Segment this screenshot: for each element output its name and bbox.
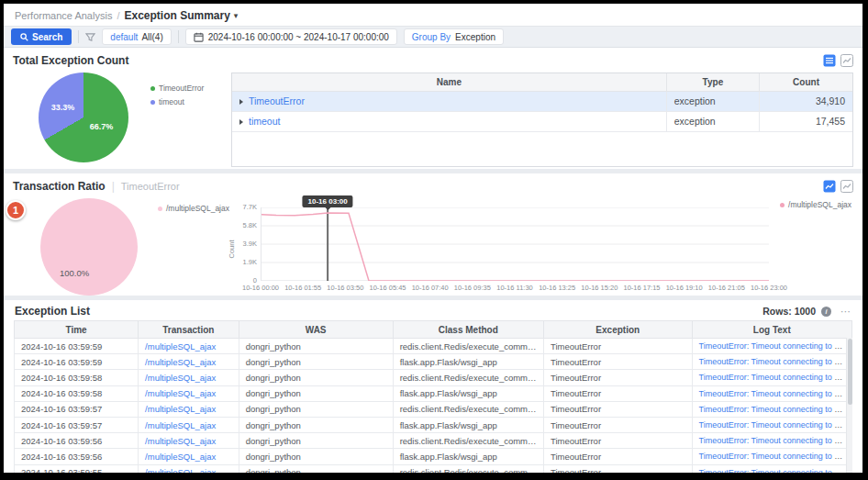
legend-item[interactable]: timeout	[150, 97, 231, 106]
log-text-link[interactable]: TimeoutError: Timeout connecting to serv…	[699, 436, 852, 445]
group-by-selector[interactable]: Group By Exception	[404, 28, 504, 45]
x-tick-label: 10-16 03:50	[327, 284, 363, 292]
x-tick-label: 10-16 01:55	[284, 284, 321, 292]
table-row[interactable]: 2024-10-16 03:59:57/multipleSQL_ajaxdong…	[15, 417, 852, 432]
column-header[interactable]: Exception	[543, 321, 692, 339]
name-cell: TimeoutError	[232, 91, 666, 111]
breadcrumb-section[interactable]: Performance Analysis	[15, 10, 112, 21]
transaction-link[interactable]: /multipleSQL_ajax	[145, 436, 216, 446]
chart-view-icon[interactable]	[840, 179, 853, 193]
log-text-link[interactable]: TimeoutError: Timeout connecting to serv…	[699, 468, 852, 473]
log-text-link[interactable]: TimeoutError: Timeout connecting to serv…	[699, 341, 852, 351]
total-exception-title: Total Exception Count	[13, 54, 128, 67]
x-tick-label: 10-16 17:15	[623, 284, 660, 292]
transaction-link[interactable]: /multipleSQL_ajax	[145, 420, 216, 430]
chart-view-icon[interactable]	[840, 53, 853, 67]
log-text-cell: TimeoutError: Timeout connecting to serv…	[692, 401, 851, 417]
table-row[interactable]: 2024-10-16 03:59:59/multipleSQL_ajaxdong…	[15, 339, 852, 354]
scrollbar-thumb[interactable]	[848, 339, 852, 405]
transaction-link[interactable]: /multipleSQL_ajax	[145, 341, 216, 352]
table-row[interactable]: 2024-10-16 03:59:58/multipleSQL_ajaxdong…	[15, 385, 852, 401]
log-text-cell: TimeoutError: Timeout connecting to serv…	[692, 433, 851, 449]
total-exception-pie-chart: 33.3% 66.7%	[13, 69, 150, 167]
was-cell: dongri_python	[239, 433, 393, 449]
info-icon[interactable]: i	[821, 307, 831, 317]
x-tick-label: 10-16 19:10	[666, 284, 703, 292]
transaction-link[interactable]: /multipleSQL_ajax	[145, 467, 216, 473]
was-cell: dongri_python	[239, 385, 393, 401]
expand-triangle-icon[interactable]	[239, 119, 243, 125]
more-menu-icon[interactable]: ⋯	[840, 306, 851, 318]
column-header[interactable]: Time	[15, 321, 139, 339]
column-header[interactable]: Transaction	[139, 321, 239, 339]
class-method-cell: flask.app.Flask/wsgi_app	[393, 385, 543, 401]
transaction-link[interactable]: /multipleSQL_ajax	[145, 452, 216, 462]
log-text-link[interactable]: TimeoutError: Timeout connecting to serv…	[699, 452, 852, 461]
caret-down-icon[interactable]: ▾	[234, 11, 239, 20]
log-text-link[interactable]: TimeoutError: Timeout connecting to serv…	[699, 389, 852, 398]
transaction-link[interactable]: /multipleSQL_ajax	[145, 404, 216, 414]
exception-name-link[interactable]: timeout	[249, 116, 280, 127]
filter-icon[interactable]	[85, 32, 95, 42]
table-row[interactable]: 2024-10-16 03:59:57/multipleSQL_ajaxdong…	[15, 401, 852, 417]
x-tick-label: 10-16 07:40	[412, 284, 449, 292]
exception-list-title: Exception List	[15, 305, 90, 318]
table-row[interactable]: 2024-10-16 03:59:58/multipleSQL_ajaxdong…	[15, 370, 852, 385]
transaction-ratio-panel: Transaction Ratio | TimeoutError 1 100.0…	[4, 173, 862, 296]
table-row[interactable]: 2024-10-16 03:59:59/multipleSQL_ajaxdong…	[15, 354, 852, 370]
log-text-link[interactable]: TimeoutError: Timeout connecting to serv…	[699, 373, 852, 382]
transaction-link[interactable]: /multipleSQL_ajax	[145, 357, 216, 367]
x-tick-label: 10-16 00:00	[242, 284, 279, 292]
was-cell: dongri_python	[239, 401, 393, 417]
log-text-link[interactable]: TimeoutError: Timeout connecting to serv…	[699, 357, 852, 366]
search-button[interactable]: Search	[11, 28, 72, 45]
table-header-row: TimeTransactionWASClass MethodExceptionL…	[15, 321, 852, 339]
exception-name-link[interactable]: TimeoutError	[249, 95, 305, 106]
pie-slice-label: 100.0%	[60, 267, 89, 277]
agent-filter-selector[interactable]: default All(4)	[102, 28, 171, 45]
table-row[interactable]: TimeoutErrorexception34,910	[232, 91, 852, 111]
line-chart-plot[interactable]: 10-16 03:00	[261, 207, 769, 281]
was-cell: dongri_python	[239, 339, 393, 354]
transaction-cell: /multipleSQL_ajax	[139, 449, 239, 464]
column-header[interactable]: Class Method	[393, 321, 543, 339]
class-method-cell: flask.app.Flask/wsgi_app	[393, 417, 543, 432]
column-header[interactable]: WAS	[239, 321, 393, 339]
exception-cell: TimeoutError	[543, 401, 692, 417]
chart-cursor-tooltip: 10-16 03:00	[303, 195, 353, 207]
annotation-badge-1[interactable]: 1	[6, 200, 26, 220]
legend-item[interactable]: /multipleSQL_ajax	[780, 200, 851, 209]
table-view-icon[interactable]	[822, 53, 836, 67]
transaction-cell: /multipleSQL_ajax	[139, 385, 239, 401]
legend-item[interactable]: /multipleSQL_ajax	[158, 204, 226, 213]
column-header[interactable]: Type	[666, 73, 759, 91]
column-header[interactable]: Log Text	[692, 321, 851, 339]
transaction-link[interactable]: /multipleSQL_ajax	[145, 373, 216, 383]
total-exception-legend: TimeoutErrortimeout	[150, 69, 231, 167]
transaction-link[interactable]: /multipleSQL_ajax	[145, 388, 216, 398]
vertical-scrollbar[interactable]	[846, 338, 852, 473]
table-row[interactable]: timeoutexception17,455	[232, 111, 852, 131]
log-text-link[interactable]: TimeoutError: Timeout connecting to serv…	[699, 420, 852, 430]
chart-view-icon-active[interactable]	[822, 179, 836, 193]
time-cell: 2024-10-16 03:59:59	[15, 354, 139, 370]
column-header[interactable]: Name	[232, 73, 666, 91]
x-tick-label: 10-16 09:35	[454, 284, 491, 292]
was-cell: dongri_python	[239, 464, 393, 473]
x-tick-label: 10-16 15:20	[581, 284, 618, 292]
expand-triangle-icon[interactable]	[239, 99, 243, 105]
exception-list-table-wrap: TimeTransactionWASClass MethodExceptionL…	[14, 320, 852, 473]
table-row[interactable]: 2024-10-16 03:59:56/multipleSQL_ajaxdong…	[15, 449, 852, 464]
table-row[interactable]: 2024-10-16 03:59:56/multipleSQL_ajaxdong…	[15, 433, 852, 449]
pie-chart[interactable]: 100.0%	[40, 198, 138, 296]
page-title: Exception Summary	[124, 9, 229, 22]
table-row[interactable]: 2024-10-16 03:59:55/multipleSQL_ajaxdong…	[15, 464, 852, 473]
exception-cell: TimeoutError	[543, 385, 692, 401]
search-button-label: Search	[32, 32, 62, 42]
legend-item[interactable]: TimeoutError	[150, 84, 231, 93]
log-text-link[interactable]: TimeoutError: Timeout connecting to serv…	[699, 405, 852, 414]
date-range-picker[interactable]: 2024-10-16 00:00:00 ~ 2024-10-17 00:00:0…	[185, 28, 397, 45]
column-header[interactable]: Count	[760, 73, 852, 91]
was-cell: dongri_python	[239, 449, 393, 464]
pie-chart[interactable]: 33.3% 66.7%	[39, 73, 128, 162]
